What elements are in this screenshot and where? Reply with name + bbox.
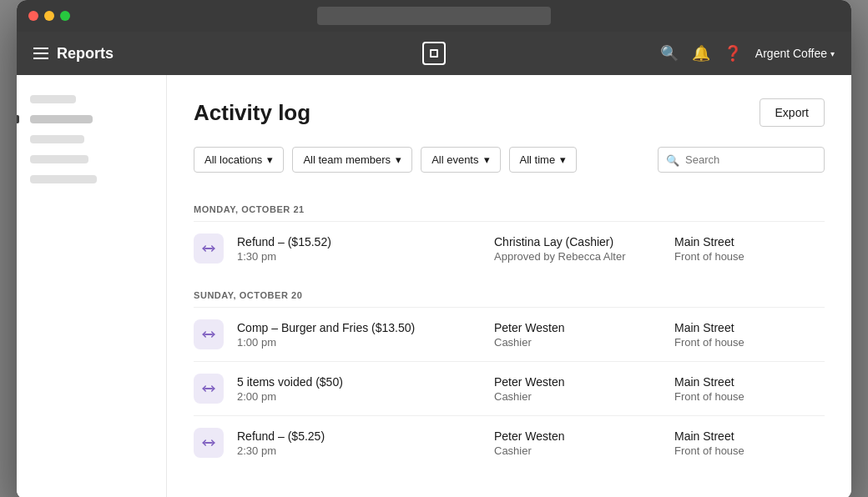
activity-person: Peter Westen Cashier xyxy=(494,429,661,457)
search-icon: 🔍 xyxy=(666,153,679,166)
transfer-icon xyxy=(201,327,216,342)
activity-title: 5 items voided ($50) xyxy=(237,375,481,389)
sidebar-item[interactable] xyxy=(30,95,76,103)
page-content: Activity log Export All locations ▾ All … xyxy=(167,75,851,497)
navbar-right: 🔍 🔔 ❓ Argent Coffee ▾ xyxy=(568,44,835,63)
account-chevron-icon: ▾ xyxy=(830,49,835,58)
activity-person: Christina Lay (Cashier) Approved by Rebe… xyxy=(494,235,661,263)
activity-time: 2:30 pm xyxy=(237,444,481,457)
activity-location: Main Street Front of house xyxy=(674,235,825,263)
help-icon[interactable]: ❓ xyxy=(724,44,742,63)
title-bar xyxy=(17,0,851,32)
activity-icon-void xyxy=(194,374,224,404)
chevron-down-icon: ▾ xyxy=(484,153,490,166)
day-label: Monday, October 21 xyxy=(194,196,825,221)
location-name: Main Street xyxy=(674,429,825,443)
search-icon[interactable]: 🔍 xyxy=(660,44,679,63)
activity-location: Main Street Front of house xyxy=(674,321,825,349)
person-name: Christina Lay (Cashier) xyxy=(494,235,661,248)
minimize-button[interactable] xyxy=(44,11,54,21)
traffic-lights xyxy=(28,11,70,21)
account-name: Argent Coffee xyxy=(755,47,827,60)
transfer-icon xyxy=(201,381,216,396)
transfer-icon xyxy=(201,435,216,450)
activity-time: 2:00 pm xyxy=(237,390,481,403)
search-box: 🔍 xyxy=(658,147,825,173)
person-name: Peter Westen xyxy=(494,375,661,389)
location-name: Main Street xyxy=(674,375,825,389)
person-role: Approved by Rebecca Alter xyxy=(494,250,661,263)
chevron-down-icon: ▾ xyxy=(560,153,566,166)
sidebar-nav xyxy=(30,95,153,183)
notification-icon[interactable]: 🔔 xyxy=(692,44,710,63)
navbar-title: Reports xyxy=(57,45,114,63)
location-name: Main Street xyxy=(674,235,825,248)
activity-main: Comp – Burger and Fries ($13.50) 1:00 pm xyxy=(237,321,481,349)
sidebar xyxy=(17,75,167,497)
time-filter[interactable]: All time ▾ xyxy=(509,147,578,173)
activity-icon-comp xyxy=(194,319,224,349)
locations-filter[interactable]: All locations ▾ xyxy=(194,147,284,173)
activity-icon-refund xyxy=(194,233,224,264)
activity-location: Main Street Front of house xyxy=(674,429,825,457)
person-role: Cashier xyxy=(494,390,661,403)
location-area: Front of house xyxy=(674,336,825,349)
day-section-sunday: Sunday, October 20 Comp – Burger and Fri… xyxy=(194,282,825,469)
hamburger-menu-button[interactable] xyxy=(33,48,48,59)
activity-title: Comp – Burger and Fries ($13.50) xyxy=(237,321,481,334)
person-role: Cashier xyxy=(494,444,661,457)
events-filter[interactable]: All events ▾ xyxy=(421,147,500,173)
activity-location: Main Street Front of house xyxy=(674,375,825,403)
location-area: Front of house xyxy=(674,250,825,263)
sidebar-item[interactable] xyxy=(30,155,88,163)
activity-time: 1:00 pm xyxy=(237,336,481,349)
team-members-filter[interactable]: All team members ▾ xyxy=(292,147,412,173)
activity-title: Refund – ($15.52) xyxy=(237,235,481,248)
app-window: Reports 🔍 🔔 ❓ Argent Coffee ▾ xyxy=(17,0,851,497)
day-section-monday: Monday, October 21 Refund – ($15.52) 1:3… xyxy=(194,196,825,275)
activity-person: Peter Westen Cashier xyxy=(494,321,661,349)
location-name: Main Street xyxy=(674,321,825,334)
chevron-down-icon: ▾ xyxy=(267,153,273,166)
page-title: Activity log xyxy=(194,100,310,126)
activity-row: Refund – ($15.52) 1:30 pm Christina Lay … xyxy=(194,221,825,275)
activity-title: Refund – ($5.25) xyxy=(237,429,481,443)
person-role: Cashier xyxy=(494,336,661,349)
close-button[interactable] xyxy=(28,11,38,21)
activity-time: 1:30 pm xyxy=(237,250,481,263)
person-name: Peter Westen xyxy=(494,429,661,443)
page-header: Activity log Export xyxy=(194,98,825,127)
account-menu[interactable]: Argent Coffee ▾ xyxy=(755,47,835,60)
sidebar-item[interactable] xyxy=(30,135,84,143)
transfer-icon xyxy=(201,241,216,256)
person-name: Peter Westen xyxy=(494,321,661,334)
export-button[interactable]: Export xyxy=(760,98,825,127)
sidebar-item[interactable] xyxy=(30,175,97,183)
activity-icon-refund2 xyxy=(194,428,224,458)
location-area: Front of house xyxy=(674,444,825,457)
filters-bar: All locations ▾ All team members ▾ All e… xyxy=(194,147,825,173)
navbar-center xyxy=(300,42,568,65)
activity-row: 5 items voided ($50) 2:00 pm Peter Weste… xyxy=(194,361,825,415)
activity-main: Refund – ($15.52) 1:30 pm xyxy=(237,235,481,263)
activity-main: 5 items voided ($50) 2:00 pm xyxy=(237,375,481,403)
chevron-down-icon: ▾ xyxy=(396,153,401,166)
location-area: Front of house xyxy=(674,390,825,403)
sidebar-item-active[interactable] xyxy=(30,115,93,123)
day-label: Sunday, October 20 xyxy=(194,282,825,307)
activity-row: Comp – Burger and Fries ($13.50) 1:00 pm… xyxy=(194,307,825,361)
activity-main: Refund – ($5.25) 2:30 pm xyxy=(237,429,481,457)
navbar: Reports 🔍 🔔 ❓ Argent Coffee ▾ xyxy=(17,32,851,75)
square-logo-icon[interactable] xyxy=(422,42,446,65)
search-input[interactable] xyxy=(658,147,825,173)
main-content: Activity log Export All locations ▾ All … xyxy=(17,75,851,497)
maximize-button[interactable] xyxy=(60,11,70,21)
navbar-left: Reports xyxy=(33,45,300,63)
activity-person: Peter Westen Cashier xyxy=(494,375,661,403)
activity-row: Refund – ($5.25) 2:30 pm Peter Westen Ca… xyxy=(194,415,825,469)
square-logo-inner xyxy=(430,49,438,58)
url-bar[interactable] xyxy=(317,7,551,25)
